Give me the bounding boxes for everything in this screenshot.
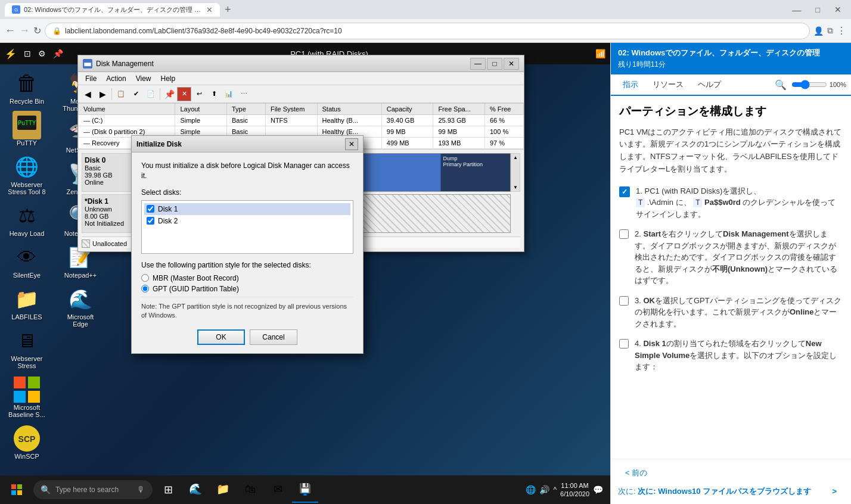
toolbar-btn3[interactable]: 📄 <box>144 87 158 101</box>
tab-resources[interactable]: リソース <box>645 74 691 95</box>
toolbar-btn2[interactable]: ✔ <box>129 87 143 101</box>
tab-close[interactable]: ✕ <box>206 5 213 14</box>
chevron-icon[interactable]: ^ <box>553 486 557 494</box>
disk-mgmt-icon <box>83 59 92 69</box>
search-panel-icon[interactable]: 🔍 <box>775 79 787 91</box>
window-close-btn[interactable]: ✕ <box>830 4 846 15</box>
desktop-icon-webserver2[interactable]: 🖥 WebserverStress <box>2 324 51 372</box>
menu-view[interactable]: View <box>131 73 156 84</box>
cell-free3: 193 MB <box>433 138 485 149</box>
cell-cap2: 99 MB <box>381 126 433 138</box>
toolbar-btn6[interactable]: 📊 <box>222 87 236 101</box>
desktop-icon-microsoft[interactable]: MicrosoftBaseline S... <box>2 373 51 421</box>
menu-file[interactable]: File <box>80 73 101 84</box>
disk0-dump-partition[interactable]: Dump Primary Partition <box>441 154 510 191</box>
reload-btn[interactable]: ↻ <box>33 25 41 36</box>
taskbar-app-explorer[interactable]: 📁 <box>210 477 236 503</box>
window-maximize-btn[interactable]: □ <box>810 4 825 15</box>
start-button[interactable] <box>2 475 31 504</box>
power-icon: ⚡ <box>5 48 17 60</box>
menu-btn[interactable]: ⋮ <box>837 25 846 36</box>
disk-listbox-item-1[interactable]: Disk 1 <box>144 203 350 215</box>
tab-help[interactable]: ヘルプ <box>691 74 728 95</box>
tab-instructions[interactable]: 指示 <box>616 74 645 96</box>
cancel-button[interactable]: Cancel <box>250 329 297 345</box>
signal-icon: 📶 <box>595 49 605 58</box>
edge-label: MicrosoftEdge <box>67 313 94 328</box>
step3-text: 3. OKを選択してGPTパーティショニングを使ってディスクの初期化を行います。… <box>635 295 843 330</box>
toolbar-btn4[interactable]: ↩ <box>192 87 206 101</box>
disk2-checkbox[interactable] <box>147 217 154 225</box>
disk2-listbox-label: Disk 2 <box>158 217 178 225</box>
notification-icon[interactable]: 💬 <box>593 485 603 494</box>
disk-mgmt-close-btn[interactable]: ✕ <box>504 58 519 70</box>
window-minimize-btn[interactable]: — <box>787 4 806 16</box>
next-section: 次に: 次に: Windows10 ファイルパスをブラウズします > <box>618 484 844 498</box>
disk-mgmt-maximize-btn[interactable]: □ <box>487 58 502 70</box>
toolbar-btn5[interactable]: ⬆ <box>207 87 221 101</box>
desktop-icon-winscp[interactable]: SCP WinSCP <box>2 422 51 462</box>
disk-listbox-item-2[interactable]: Disk 2 <box>144 215 350 227</box>
new-tab-btn[interactable]: + <box>225 4 231 16</box>
mbr-radio[interactable] <box>141 274 149 282</box>
panel-section-title: パーティションを構成します <box>619 104 843 119</box>
taskbar-app-task-view[interactable]: ⊞ <box>155 477 181 503</box>
step2-checkbox[interactable] <box>619 229 629 239</box>
menu-action[interactable]: Action <box>101 73 131 84</box>
clock[interactable]: 11:00 AM 6/10/2020 <box>560 481 589 499</box>
desktop-icon-edge[interactable]: 🌊 MicrosoftEdge <box>56 282 105 330</box>
disk-mgmt-minimize-btn[interactable]: — <box>470 58 486 70</box>
step4-checkbox[interactable] <box>619 339 629 349</box>
taskbar-app-store[interactable]: 🛍 <box>237 477 263 503</box>
init-dialog-titlebar: Initialize Disk ✕ <box>132 136 363 153</box>
disk-listbox[interactable]: Disk 1 Disk 2 <box>141 200 353 254</box>
account-btn[interactable]: 👤 <box>813 26 824 36</box>
next-btn[interactable]: > <box>825 484 844 498</box>
toolbar-fwd-btn[interactable]: ▶ <box>95 87 110 101</box>
col-type: Type <box>226 104 265 115</box>
taskbar-app-mail[interactable]: ✉ <box>265 477 291 503</box>
taskbar-app-edge[interactable]: 🌊 <box>182 477 209 503</box>
network-icon: 🌐 <box>526 485 536 494</box>
panel-footer: < 前の 次に: 次に: Windows10 ファイルパスをブラウズします > <box>611 459 851 504</box>
step3-checkbox[interactable] <box>619 296 629 306</box>
microsoft-label: MicrosoftBaseline S... <box>8 404 45 418</box>
time-display: 11:00 AM <box>560 481 589 490</box>
toolbar-cancel-btn[interactable]: ✕ <box>177 87 191 101</box>
toolbar-btn7[interactable]: ⋯ <box>237 87 251 101</box>
dump-label: Dump <box>443 155 508 161</box>
toolbar-btn1[interactable]: 📋 <box>114 87 128 101</box>
toolbar-back-btn[interactable]: ◀ <box>80 87 95 101</box>
ok-button[interactable]: OK <box>197 329 245 345</box>
radio-mbr[interactable]: MBR (Master Boot Record) <box>141 274 353 282</box>
forward-btn[interactable]: → <box>19 24 30 37</box>
disk1-checkbox[interactable] <box>147 205 154 213</box>
back-btn[interactable]: ← <box>5 24 15 37</box>
desktop-icon-silenteye[interactable]: 👁 SilentEye <box>2 241 51 281</box>
toolbar-pin-btn[interactable]: 📌 <box>162 87 176 101</box>
init-dialog-close-btn[interactable]: ✕ <box>345 138 358 150</box>
gpt-radio[interactable] <box>141 285 149 293</box>
zoom-slider[interactable] <box>791 80 827 89</box>
desktop-icon-putty[interactable]: PuTTY PuTTY <box>2 108 51 149</box>
menu-help[interactable]: Help <box>156 73 181 84</box>
table-row[interactable]: — (C:) Simple Basic NTFS Healthy (B... 3… <box>79 115 524 126</box>
radio-gpt[interactable]: GPT (GUID Partition Table) <box>141 285 353 293</box>
disk-scrollbar[interactable]: ▲ ▼ <box>511 153 520 192</box>
address-bar[interactable]: 🔒 labclient.labondemand.com/LabClient/37… <box>45 23 810 39</box>
desktop: ⚡ ⊡ ⚙ 📌 PC1 (with RAID Disks) 📶 🗑 Recycl… <box>0 43 610 504</box>
prev-btn[interactable]: < 前の <box>618 465 654 481</box>
taskbar: 🔍 Type here to search 🎙 ⊞ 🌊 📁 🛍 ✉ <box>0 475 610 504</box>
desktop-icon-webserver[interactable]: 🌐 WebserverStress Tool 8 <box>2 150 51 198</box>
col-freespace: Free Spa... <box>433 104 485 115</box>
extensions-btn[interactable]: ⧉ <box>827 26 833 36</box>
desktop-icon-heavyload[interactable]: ⚖ Heavy Load <box>2 199 51 239</box>
browser-tab[interactable]: G 02: Windowsでのファイル、フォルダー、ディスクの管理 - Goog… <box>5 3 220 17</box>
speaker-icon: 🔊 <box>539 485 549 494</box>
desktop-icon-recycle-bin[interactable]: 🗑 Recycle Bin <box>2 67 51 107</box>
browser-titlebar: G 02: Windowsでのファイル、フォルダー、ディスクの管理 - Goog… <box>0 0 851 19</box>
desktop-icon-labfiles[interactable]: 📁 LABFILES <box>2 282 51 323</box>
taskbar-app-disk-mgmt[interactable]: 💾 <box>292 477 318 503</box>
step1-checkbox[interactable]: ✓ <box>619 186 630 197</box>
taskbar-search[interactable]: 🔍 Type here to search 🎙 <box>33 480 153 499</box>
